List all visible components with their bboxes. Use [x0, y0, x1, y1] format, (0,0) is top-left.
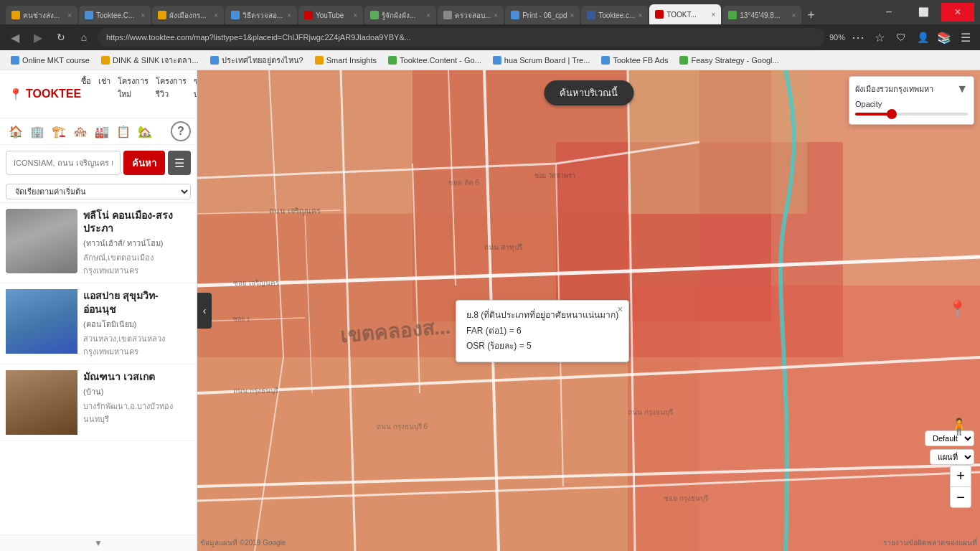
- listing-subtitle: (ทาวน์เฮ้าส์/ ทาวน์โฮม): [83, 237, 191, 250]
- tab-tooktee-fb[interactable]: Tooktee.c... ×: [581, 6, 648, 24]
- back-button[interactable]: ◀: [6, 28, 24, 47]
- tab-close-icon[interactable]: ×: [494, 11, 498, 19]
- tab-label: 13°45'49.8...: [740, 11, 780, 19]
- tab-rukphang[interactable]: รู้จักผังผัง... ×: [364, 6, 436, 24]
- svg-text:ซอย เจริญนคร: ซอย เจริญนคร: [233, 279, 280, 287]
- account-icon[interactable]: 👤: [914, 29, 931, 46]
- tab-close-icon[interactable]: ×: [570, 11, 574, 19]
- bookmark-label: hua Scrum Board | Tre...: [504, 56, 590, 65]
- listing-item[interactable]: พลีโน่ คอนเมือง-สรง ประภา (ทาวน์เฮ้าส์/ …: [0, 203, 197, 283]
- tab-close-icon[interactable]: ×: [791, 11, 796, 19]
- reload-button[interactable]: ↻: [52, 28, 70, 47]
- listings-container: พลีโน่ คอนเมือง-สรง ประภา (ทาวน์เฮ้าส์/ …: [0, 203, 197, 534]
- bookmark-icon[interactable]: ☆: [871, 29, 888, 46]
- address-input[interactable]: [98, 28, 825, 47]
- bookmark-smart-insights[interactable]: Smart Insights: [310, 55, 382, 66]
- location-search-input[interactable]: [6, 151, 121, 175]
- bookmark-label: DINK & SINK เจาะตลา...: [113, 54, 199, 67]
- overlay-dropdown-icon[interactable]: ▼: [956, 83, 968, 95]
- prop-type-commercial[interactable]: 🏭: [92, 121, 112, 141]
- tab-khanchangsan[interactable]: คนช่างสง... ×: [6, 6, 77, 24]
- tab-googlemaps[interactable]: 13°45'49.8... ×: [722, 6, 801, 24]
- prop-type-land[interactable]: 📋: [113, 121, 133, 141]
- zoom-out-button[interactable]: −: [950, 486, 971, 508]
- tab-close-icon[interactable]: ×: [67, 11, 72, 19]
- tab-close-icon[interactable]: ×: [426, 11, 430, 19]
- prop-type-house[interactable]: 🏠: [6, 121, 26, 141]
- nav-news[interactable]: ข่าว-บทความ: [194, 75, 197, 113]
- tab-tooktee-active[interactable]: TOOKT... ×: [649, 4, 721, 24]
- street-view-person[interactable]: 🧍: [949, 418, 969, 436]
- prop-type-condo[interactable]: 🏢: [27, 121, 47, 141]
- tab-print[interactable]: Print - 06_cpd ×: [505, 6, 580, 24]
- listing-image: [6, 209, 77, 273]
- prop-type-village[interactable]: 🏘️: [70, 121, 90, 141]
- map-location-pin[interactable]: 📍: [948, 300, 967, 319]
- bookmark-tooktee-fb[interactable]: Tooktee FB Ads: [596, 55, 673, 66]
- prop-type-townhouse[interactable]: 🏗️: [49, 121, 69, 141]
- bookmark-hua-scrum[interactable]: hua Scrum Board | Tre...: [488, 55, 595, 66]
- nav-new-projects[interactable]: โครงการใหม่: [118, 75, 149, 113]
- opacity-slider-thumb[interactable]: [887, 109, 897, 119]
- listing-item[interactable]: แอสปาย สุขุมวิท-อ่อนนุช (คอนโดมิเนียม) ส…: [0, 283, 197, 364]
- main-content: 📍 TOOKTEE ซื้อ เช่า โครงการใหม่ โครงการร…: [0, 70, 980, 551]
- list-view-button[interactable]: ☰: [168, 151, 191, 175]
- tab-tooktee-c[interactable]: Tooktee.C... ×: [79, 6, 151, 24]
- map-type-select[interactable]: แผนที่: [930, 449, 974, 465]
- tab-close-icon[interactable]: ×: [287, 11, 291, 19]
- opacity-slider-track[interactable]: [855, 113, 968, 116]
- tab-label: TOOKT...: [666, 11, 697, 19]
- map-area[interactable]: เขตคลองส... ถนน เจริญนคร ซอย เจริญนคร ถน…: [197, 70, 980, 551]
- new-tab-button[interactable]: +: [803, 8, 819, 23]
- scroll-down-indicator: ▼: [0, 534, 197, 551]
- minimize-button[interactable]: −: [872, 3, 905, 22]
- forward-button[interactable]: ▶: [29, 28, 47, 47]
- listing-subtitle: (บ้าน): [83, 385, 191, 398]
- more-options-icon[interactable]: ⋯: [849, 29, 867, 46]
- search-area-button[interactable]: ค้นหาบริเวณนี้: [544, 80, 633, 105]
- prop-type-villa[interactable]: 🏡: [135, 121, 155, 141]
- sort-row: จัดเรียงตามค่าเริ่มต้นราคาน้อย-มากราคามา…: [0, 181, 197, 203]
- sidebar-toggle-button[interactable]: ‹: [197, 293, 212, 329]
- bookmark-online-mkt[interactable]: Online MKT course: [6, 55, 95, 66]
- map-terms-link[interactable]: รายงานข้อผิดพลาดของแผนที่: [883, 537, 977, 548]
- tab-close-icon[interactable]: ×: [353, 11, 357, 19]
- bookmark-thailand[interactable]: ประเทศไทยอยู่ตรงไหน?: [205, 52, 308, 68]
- tab-youtube[interactable]: YouTube ×: [298, 6, 363, 24]
- tab-label: YouTube: [316, 11, 344, 19]
- help-circle-icon[interactable]: ?: [171, 121, 191, 141]
- listing-item[interactable]: มัณฑนา เวสเกต (บ้าน) บางรักพัฒนา,อ.บางบั…: [0, 364, 197, 441]
- library-icon[interactable]: 📚: [936, 29, 953, 46]
- tab-close-icon[interactable]: ×: [141, 11, 145, 19]
- menu-button[interactable]: ☰: [957, 29, 974, 46]
- bookmark-feasy[interactable]: Feasy Strategy - Googl...: [674, 55, 783, 66]
- svg-text:ถนน เจริญนคร: ถนน เจริญนคร: [269, 207, 321, 216]
- search-button[interactable]: ค้นหา: [123, 151, 165, 175]
- listing-location: สวนหลวง,เขตสวนหลวง กรุงเทพมหานคร: [83, 332, 191, 358]
- bookmark-tooktee-content[interactable]: Tooktee.Content - Go...: [383, 55, 486, 66]
- bookmark-label: ประเทศไทยอยู่ตรงไหน?: [222, 54, 303, 67]
- home-button[interactable]: ⌂: [75, 28, 93, 47]
- svg-text:ซอย วัดหัวพรา: ซอย วัดหัวพรา: [534, 172, 575, 179]
- restore-button[interactable]: ⬜: [907, 3, 940, 22]
- bookmark-label: Feasy Strategy - Googl...: [691, 56, 778, 65]
- tab-close-icon[interactable]: ×: [214, 11, 218, 19]
- nav-buy[interactable]: ซื้อ: [81, 75, 91, 113]
- listing-image: [6, 370, 77, 435]
- popup-close-button[interactable]: ×: [617, 303, 623, 315]
- sort-select[interactable]: จัดเรียงตามค่าเริ่มต้นราคาน้อย-มากราคามา…: [6, 184, 191, 199]
- zoom-in-button[interactable]: +: [950, 465, 971, 486]
- tab-withi[interactable]: วิธีตรวจสอ... ×: [225, 6, 297, 24]
- tab-close-icon[interactable]: ×: [638, 11, 642, 19]
- nav-rent[interactable]: เช่า: [98, 75, 110, 113]
- tab-phangmuang[interactable]: ผังเมืองกร... ×: [152, 6, 224, 24]
- close-button[interactable]: ×: [941, 3, 974, 22]
- bookmark-dink[interactable]: DINK & SINK เจาะตลา...: [96, 52, 204, 68]
- listing-subtitle: (คอนโดมิเนียม): [83, 318, 191, 331]
- tab-truat[interactable]: ตรวจสอบ... ×: [438, 6, 504, 24]
- shield-icon[interactable]: 🛡: [892, 29, 910, 46]
- tab-close-icon[interactable]: ×: [711, 11, 715, 19]
- nav-review[interactable]: โครงการรีวิว: [156, 75, 187, 113]
- tab-label: ตรวจสอบ...: [455, 10, 491, 21]
- prop-type-bar: 🏠 🏢 🏗️ 🏘️ 🏭 📋 🏡 ?: [0, 118, 197, 145]
